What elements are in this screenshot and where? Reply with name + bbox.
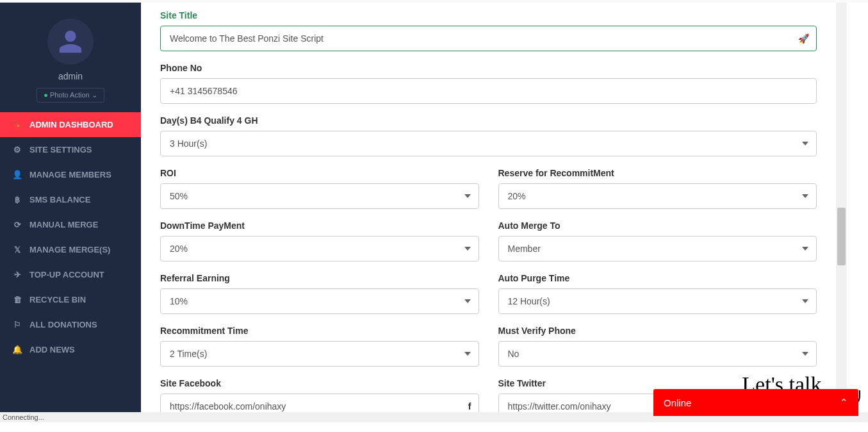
nav-site-settings[interactable]: ⚙SITE SETTINGS <box>0 137 141 162</box>
select-automerge[interactable]: Member <box>498 236 817 262</box>
input-phone[interactable] <box>160 78 817 104</box>
select-verify[interactable]: No <box>498 341 817 367</box>
avatar <box>47 19 94 65</box>
label-verify: Must Verify Phone <box>498 326 817 336</box>
nav-manage-merges[interactable]: 𝕏MANAGE MERGE(S) <box>0 237 141 262</box>
label-referral: Referral Earning <box>160 273 479 283</box>
select-recommit[interactable]: 2 Time(s) <box>160 341 479 367</box>
label-facebook: Site Facebook <box>160 378 479 388</box>
select-days-qualify[interactable]: 3 Hour(s) <box>160 131 817 156</box>
rocket-icon: 🚀 <box>798 33 809 44</box>
label-roi: ROI <box>160 168 479 178</box>
nav-recycle-bin[interactable]: 🗑RECYCLE BIN <box>0 287 141 312</box>
bookmark-icon: 🔖 <box>12 120 23 129</box>
bitcoin-icon: ฿ <box>12 195 23 204</box>
refresh-icon: ⟳ <box>12 220 23 229</box>
nav-topup-account[interactable]: ✈TOP-UP ACCOUNT <box>0 262 141 287</box>
select-autopurge[interactable]: 12 Hour(s) <box>498 288 817 314</box>
label-reserve: Reserve for RecommitMent <box>498 168 817 178</box>
twitter-icon: 𝕏 <box>12 245 23 254</box>
nav-manual-merge[interactable]: ⟳MANUAL MERGE <box>0 212 141 237</box>
chat-widget[interactable]: Online ⌃ <box>653 389 858 416</box>
input-site-title[interactable] <box>160 26 817 51</box>
nav-sms-balance[interactable]: ฿SMS BALANCE <box>0 187 141 212</box>
label-recommit: Recommitment Time <box>160 326 479 336</box>
select-referral[interactable]: 10% <box>160 288 479 314</box>
label-phone: Phone No <box>160 63 817 73</box>
username: admin <box>0 71 141 81</box>
chevron-down-icon: ⌄ <box>92 91 97 99</box>
facebook-icon: f <box>468 401 471 411</box>
nav-admin-dashboard[interactable]: 🔖ADMIN DASHBOARD <box>0 112 141 137</box>
nav-all-donations[interactable]: ⚐ALL DONATIONS <box>0 312 141 337</box>
label-autopurge: Auto Purge Time <box>498 273 817 283</box>
nav-manage-members[interactable]: 👤MANAGE MEMBERS <box>0 162 141 187</box>
nav-add-news[interactable]: 🔔ADD NEWS <box>0 337 141 362</box>
sidebar: admin ●Photo Action ⌄ 🔖ADMIN DASHBOARD ⚙… <box>0 3 141 422</box>
label-site-title: Site Title <box>160 10 817 21</box>
select-downtime[interactable]: 20% <box>160 236 479 262</box>
user-icon: 👤 <box>12 170 23 179</box>
bell-icon: 🔔 <box>12 345 23 354</box>
label-days-qualify: Day(s) B4 Qualify 4 GH <box>160 115 817 126</box>
label-downtime: DownTime PayMent <box>160 220 479 231</box>
main-content: Site Title 🚀 Phone No Day(s) B4 Qualify … <box>141 3 836 422</box>
chevron-up-icon: ⌃ <box>840 397 848 408</box>
trash-icon: 🗑 <box>12 295 23 304</box>
plane-icon: ✈ <box>12 270 23 279</box>
scrollbar[interactable] <box>836 3 847 422</box>
label-automerge: Auto Merge To <box>498 220 817 231</box>
flag-icon: ⚐ <box>12 320 23 329</box>
gear-icon: ⚙ <box>12 145 23 154</box>
profile-block: admin ●Photo Action ⌄ <box>0 3 141 112</box>
sidebar-nav: 🔖ADMIN DASHBOARD ⚙SITE SETTINGS 👤MANAGE … <box>0 112 141 362</box>
chat-status: Online <box>664 397 691 408</box>
photo-action-button[interactable]: ●Photo Action ⌄ <box>37 88 104 103</box>
select-roi[interactable]: 50% <box>160 183 479 209</box>
select-reserve[interactable]: 20% <box>498 183 817 209</box>
